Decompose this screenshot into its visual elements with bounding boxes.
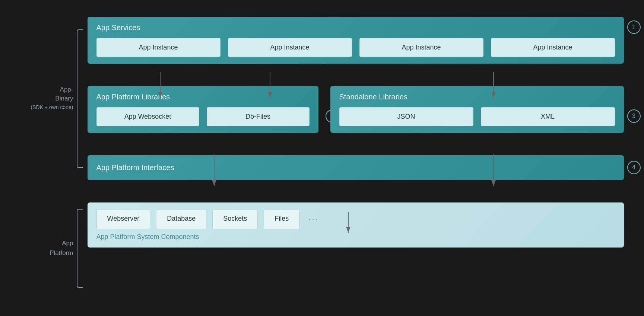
app-platform-bracket xyxy=(76,207,84,289)
app-instance-3: App Instance xyxy=(359,38,483,57)
app-instance-1: App Instance xyxy=(96,38,221,57)
xml-box: XML xyxy=(481,107,615,126)
json-box: JSON xyxy=(339,107,473,126)
app-binary-label: App-Binary(SDK + own code) xyxy=(31,85,73,112)
circle-number-4: 4 xyxy=(627,161,641,174)
system-section: Webserver Database Sockets Files ··· App… xyxy=(88,202,624,248)
standalone-libraries-section: Standalone Libraries JSON XML 3 xyxy=(330,86,624,133)
platform-libs-label: App Platform Libraries xyxy=(96,93,310,101)
system-components-row: Webserver Database Sockets Files ··· xyxy=(96,209,615,229)
webserver-box: Webserver xyxy=(96,209,150,229)
files-box: Files xyxy=(264,209,299,229)
app-services-section: App Services App Instance App Instance A… xyxy=(88,17,624,64)
db-files-box: Db-Files xyxy=(207,107,310,126)
standalone-libs-row: JSON XML xyxy=(339,107,615,126)
app-binary-bracket xyxy=(76,28,84,169)
app-websocket-box: App Websocket xyxy=(96,107,199,126)
database-box: Database xyxy=(156,209,206,229)
app-instance-2: App Instance xyxy=(228,38,352,57)
app-instance-4: App Instance xyxy=(491,38,615,57)
platform-libs-row: App Websocket Db-Files xyxy=(96,107,310,126)
standalone-libs-label: Standalone Libraries xyxy=(339,93,615,101)
ellipsis-box: ··· xyxy=(305,209,321,229)
sockets-box: Sockets xyxy=(212,209,258,229)
instances-row: App Instance App Instance App Instance A… xyxy=(96,38,615,57)
app-services-label: App Services xyxy=(96,23,615,32)
circle-number-3: 3 xyxy=(627,109,641,123)
interfaces-label: App Platform Interfaces xyxy=(96,163,615,172)
app-platform-label: AppPlatform xyxy=(50,239,73,258)
app-platform-libraries-section: App Platform Libraries App Websocket Db-… xyxy=(88,86,318,133)
libraries-row: App Platform Libraries App Websocket Db-… xyxy=(88,86,624,133)
diagram-layout: App Services App Instance App Instance A… xyxy=(88,17,624,300)
interfaces-section: App Platform Interfaces 4 xyxy=(88,155,624,180)
diagram-container: App-Binary(SDK + own code) AppPlatform A… xyxy=(20,7,624,309)
circle-number-1: 1 xyxy=(627,20,641,34)
system-label: App Platform System Components xyxy=(96,233,615,241)
